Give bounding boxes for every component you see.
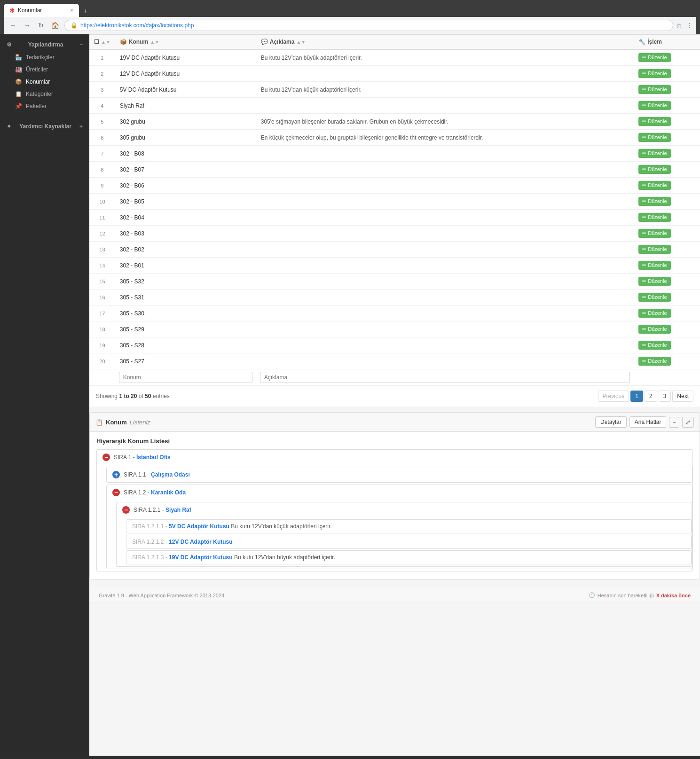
tab-close-button[interactable]: × [70,7,73,14]
row-action: ✏ Düzenle [634,258,700,274]
tree-item-1-1-header[interactable]: + SIRA 1.1 - Çalışma Odası [107,467,692,482]
leaf-num-1: SIRA 1.2.1.1 - [132,523,169,530]
back-button[interactable]: ← [8,21,19,30]
table-row: 8 302 - B07 ✏ Düzenle [89,162,700,178]
tree-item-1-2-1-header[interactable]: − SIRA 1.2.1 - Siyah Raf [117,502,692,517]
tab-label: Konumlar [18,7,42,14]
row-num: 3 [89,82,115,98]
tree-label-1-2: SIRA 1.2 - Karanlık Oda [124,489,186,496]
table-row: 11 302 - B04 ✏ Düzenle [89,210,700,226]
col-aciklama[interactable]: 💬 Açıklama ▲▼ [256,35,634,50]
locations-table: ☐ ▲▼ 📦 Konum ▲▼ [89,34,700,385]
edit-button[interactable]: ✏ Düzenle [638,53,670,62]
refresh-button[interactable]: ↻ [36,21,46,30]
row-aciklama [256,226,634,242]
edit-button[interactable]: ✏ Düzenle [638,213,670,222]
konumlar-label: Konumlar [26,78,50,85]
forward-button[interactable]: → [22,21,33,30]
edit-button[interactable]: ✏ Düzenle [638,133,670,142]
table-row: 5 302 grubu 305'e sığmayan bileşenler bu… [89,114,700,130]
row-aciklama [256,337,634,353]
edit-button[interactable]: ✏ Düzenle [638,229,670,238]
new-konum-input[interactable] [119,372,252,383]
page-3-button[interactable]: 3 [659,391,671,402]
tree-toggle-1-2[interactable]: − [112,489,120,496]
edit-button[interactable]: ✏ Düzenle [638,165,670,174]
edit-button[interactable]: ✏ Düzenle [638,261,670,270]
row-konum: 302 - B01 [115,258,256,274]
col-konum[interactable]: 📦 Konum ▲▼ [115,35,256,50]
tree-toggle-1-1[interactable]: + [112,471,120,478]
hierarchy-title: 📋 Konum Listeniz [95,419,150,426]
sidebar-item-ureticiler[interactable]: 🏭 Üreticiler [0,63,89,76]
table-row: 16 305 - S31 ✏ Düzenle [89,290,700,305]
page-1-button[interactable]: 1 [630,391,643,402]
new-aciklama-input[interactable] [260,372,630,383]
edit-button[interactable]: ✏ Düzenle [638,197,670,206]
edit-button[interactable]: ✏ Düzenle [638,101,670,110]
new-tab-button[interactable]: + [80,6,91,17]
home-button[interactable]: 🏠 [49,21,62,30]
edit-button[interactable]: ✏ Düzenle [638,293,670,302]
row-action: ✏ Düzenle [634,162,700,178]
tree-leaf-1-2-1-2: SIRA 1.2.1.2 - 12V DC Adaptör Kutusu [126,535,692,549]
row-aciklama: Bu kutu 12V'dan küçük adaptörleri içerir… [256,82,634,98]
edit-button[interactable]: ✏ Düzenle [638,117,670,126]
tree-num-1-2-1: SIRA 1.2.1 - [134,507,165,513]
yardimci-add-icon[interactable]: + [79,123,83,130]
edit-button[interactable]: ✏ Düzenle [638,357,670,366]
checkbox-icon[interactable]: ☐ [94,39,99,45]
row-konum: 302 grubu [115,114,256,130]
ana-hatlar-button[interactable]: Ana Hatlar [629,416,667,428]
edit-button[interactable]: ✏ Düzenle [638,245,670,254]
footer-left: Gravité 1.9 - Web Application Framework … [99,593,224,598]
paketler-label: Paketler [26,103,47,110]
table-panel: ☐ ▲▼ 📦 Konum ▲▼ [89,34,700,407]
menu-icon[interactable]: ⋮ [686,22,692,29]
edit-button[interactable]: ✏ Düzenle [638,69,670,78]
active-tab[interactable]: ✱ Konumlar × [4,4,79,17]
sidebar-item-konumlar[interactable]: 📦 Konumlar [0,76,89,88]
hierarchy-panel: 📋 Konum Listeniz Detaylar Ana Hatlar − ⤢… [89,412,700,579]
leaf-name-2: 12V DC Adaptör Kutusu [169,539,233,545]
table-row: 20 305 - S27 ✏ Düzenle [89,353,700,369]
tree-toggle-1-2-1[interactable]: − [122,506,130,514]
hierarchy-collapse-button[interactable]: − [669,417,679,428]
edit-button[interactable]: ✏ Düzenle [638,309,670,318]
page-2-button[interactable]: 2 [645,391,657,402]
edit-button[interactable]: ✏ Düzenle [638,341,670,350]
edit-button[interactable]: ✏ Düzenle [638,277,670,286]
tree-item-1-2-header[interactable]: − SIRA 1.2 - Karanlık Oda [107,485,692,500]
sidebar-section-header-yapilandirma[interactable]: ⚙ Yapılandırma − [0,38,89,51]
address-bar[interactable]: 🔒 https://elektronikstok.com/#ajax/locat… [64,20,673,31]
row-action: ✏ Düzenle [634,178,700,194]
edit-button[interactable]: ✏ Düzenle [638,325,670,334]
edit-button[interactable]: ✏ Düzenle [638,85,670,94]
hierarchy-expand-button[interactable]: ⤢ [682,417,694,428]
yardimci-label: Yardımcı Kaynaklar [19,123,71,130]
detaylar-button[interactable]: Detaylar [595,416,627,428]
row-num: 6 [89,130,115,146]
sidebar-item-paketler[interactable]: 📌 Paketler [0,100,89,112]
row-action: ✏ Düzenle [634,114,700,130]
row-action: ✏ Düzenle [634,82,700,98]
yapilandirma-label: Yapılandırma [28,41,63,48]
tree-name-1-1: Çalışma Odası [151,471,190,478]
next-button[interactable]: Next [672,391,693,402]
main-content: ☐ ▲▼ 📦 Konum ▲▼ [89,34,700,756]
previous-button[interactable]: Previous [598,391,629,402]
tree-toggle-1[interactable]: − [102,454,110,461]
edit-button[interactable]: ✏ Düzenle [638,181,670,190]
bookmark-icon[interactable]: ☆ [676,22,682,29]
tree-item-1-header[interactable]: − SIRA 1 - İstanbul Ofis [97,450,692,465]
edit-button[interactable]: ✏ Düzenle [638,149,670,158]
row-num: 18 [89,321,115,337]
tree-children-1-2: − SIRA 1.2.1 - Siyah Raf [116,502,692,567]
table-row: 12 302 - B03 ✏ Düzenle [89,226,700,242]
sidebar-section-header-yardimci[interactable]: ✦ Yardımcı Kaynaklar + [0,120,89,133]
sidebar-item-kategoriler[interactable]: 📋 Kategoriler [0,88,89,100]
leaf-num-2: SIRA 1.2.1.2 - [132,539,169,545]
row-num: 20 [89,353,115,369]
islem-col-icon: 🔧 [638,39,645,45]
sidebar-item-tedarikciler[interactable]: 🏪 Tedarikçiler [0,51,89,63]
